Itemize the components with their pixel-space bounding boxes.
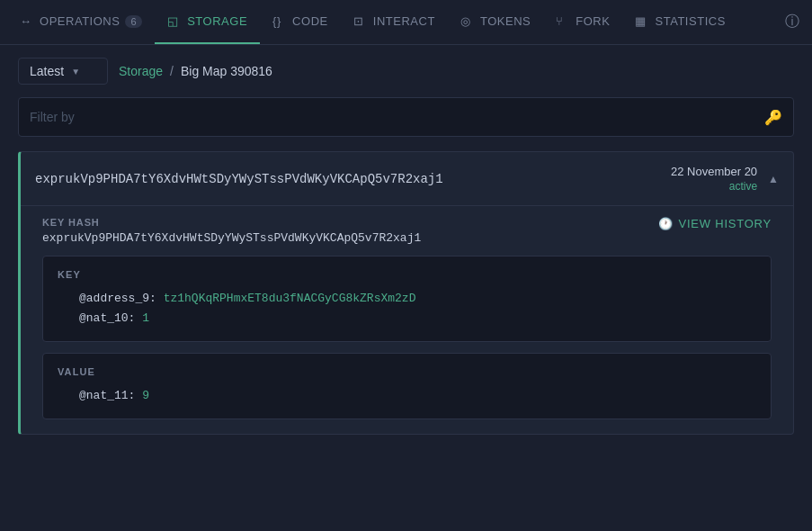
version-dropdown[interactable]: Latest ▼ xyxy=(18,58,108,85)
nav-label-interact: INTERACT xyxy=(373,14,435,28)
nav-item-code[interactable]: {} CODE xyxy=(260,0,341,44)
key-line-1: @address_9: tz1hQKqRPHmxET8du3fNACGyCG8k… xyxy=(58,289,756,309)
history-icon: 🕐 xyxy=(658,217,674,230)
key-hash-label: KEY HASH xyxy=(42,217,421,228)
interact-icon: ⊡ xyxy=(353,14,368,29)
nav-label-statistics: STATISTICS xyxy=(655,14,725,28)
filter-container: 🔑 xyxy=(18,97,794,137)
value-box-label: VALUE xyxy=(58,366,756,377)
nav-item-statistics[interactable]: ▦ STATISTICS xyxy=(622,0,737,44)
nav-item-fork[interactable]: ⑂ FORK xyxy=(543,0,622,44)
key-line-1-value: tz1hQKqRPHmxET8du3fNACGyCG8kZRsXm2zD xyxy=(164,292,416,305)
breadcrumb: Storage / Big Map 390816 xyxy=(119,64,272,78)
chevron-down-icon: ▼ xyxy=(71,67,80,76)
nav-label-storage: STORAGE xyxy=(187,14,247,28)
key-hash-section: KEY HASH exprukVp9PHDA7tY6XdvHWtSDyYWyST… xyxy=(42,217,421,245)
nav-item-operations[interactable]: ↔ OPERATIONS 6 xyxy=(7,0,155,44)
tokens-icon: ◎ xyxy=(460,14,475,29)
key-code-box: KEY @address_9: tz1hQKqRPHmxET8du3fNACGy… xyxy=(42,256,772,342)
value-line-1-key: @nat_11: xyxy=(79,389,142,402)
view-history-label: VIEW HISTORY xyxy=(678,217,772,230)
nav-label-operations: OPERATIONS xyxy=(40,14,120,28)
entry-status: active xyxy=(729,180,757,193)
entry-card: exprukVp9PHDA7tY6XdvHWtSDyYWySTssPVdWKyV… xyxy=(18,151,794,435)
breadcrumb-separator: / xyxy=(170,64,174,78)
filter-input[interactable] xyxy=(30,110,757,124)
entry-hash: exprukVp9PHDA7tY6XdvHWtSDyYWySTssPVdWKyV… xyxy=(35,172,443,186)
fork-icon: ⑂ xyxy=(556,14,570,29)
nav-item-tokens[interactable]: ◎ TOKENS xyxy=(448,0,543,44)
nav-label-fork: FORK xyxy=(576,14,610,28)
sub-header: Latest ▼ Storage / Big Map 390816 xyxy=(0,45,812,97)
dropdown-label: Latest xyxy=(30,64,64,78)
key-hash-row: KEY HASH exprukVp9PHDA7tY6XdvHWtSDyYWyST… xyxy=(42,217,772,245)
breadcrumb-parent[interactable]: Storage xyxy=(119,64,163,78)
entry-date: 22 November 20 xyxy=(671,165,757,178)
nav-item-storage[interactable]: ◱ STORAGE xyxy=(155,0,260,44)
value-code-box: VALUE @nat_11: 9 xyxy=(42,353,772,419)
main-content: exprukVp9PHDA7tY6XdvHWtSDyYWySTssPVdWKyV… xyxy=(0,151,812,435)
filter-row: 🔑 xyxy=(0,97,812,151)
entry-header[interactable]: exprukVp9PHDA7tY6XdvHWtSDyYWySTssPVdWKyV… xyxy=(21,152,793,205)
entry-detail: KEY HASH exprukVp9PHDA7tY6XdvHWtSDyYWyST… xyxy=(21,205,793,434)
storage-icon: ◱ xyxy=(167,14,182,29)
nav-label-tokens: TOKENS xyxy=(480,14,531,28)
top-nav: ↔ OPERATIONS 6 ◱ STORAGE {} CODE ⊡ INTER… xyxy=(0,0,812,45)
entry-meta: 22 November 20 active xyxy=(671,165,757,193)
entry-header-right: 22 November 20 active ▲ xyxy=(671,165,779,193)
value-line-1: @nat_11: 9 xyxy=(58,386,756,406)
view-history-button[interactable]: 🕐 VIEW HISTORY xyxy=(658,217,772,230)
statistics-icon: ▦ xyxy=(635,14,649,29)
key-icon[interactable]: 🔑 xyxy=(764,109,782,126)
nav-label-code: CODE xyxy=(292,14,328,28)
code-icon: {} xyxy=(272,14,287,29)
key-line-2-key: @nat_10: xyxy=(79,311,142,325)
key-line-1-key: @address_9: xyxy=(79,292,164,305)
value-line-1-value: 9 xyxy=(142,389,149,402)
collapse-icon[interactable]: ▲ xyxy=(768,173,779,185)
key-box-label: KEY xyxy=(58,269,756,280)
breadcrumb-current: Big Map 390816 xyxy=(181,64,272,78)
info-icon[interactable]: ⓘ xyxy=(780,10,805,35)
operations-badge: 6 xyxy=(125,15,142,28)
key-line-2: @nat_10: 1 xyxy=(58,309,756,328)
key-hash-value: exprukVp9PHDA7tY6XdvHWtSDyYWySTssPVdWKyV… xyxy=(42,231,421,245)
operations-icon: ↔ xyxy=(20,14,34,29)
key-line-2-value: 1 xyxy=(142,311,149,325)
nav-item-interact[interactable]: ⊡ INTERACT xyxy=(341,0,448,44)
